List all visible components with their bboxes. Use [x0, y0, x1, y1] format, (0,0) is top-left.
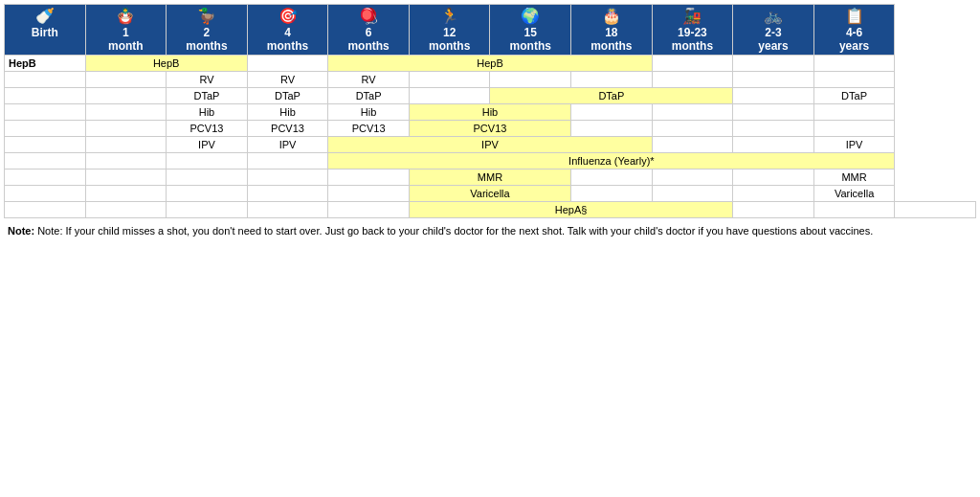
hepb-46 — [813, 56, 895, 72]
col-12months: 🏃 12months — [409, 5, 490, 56]
col-1923months: 🚂 19-23months — [652, 5, 733, 56]
15months-icon: 🌍 — [492, 7, 568, 25]
mmr-12-15: MMR — [409, 169, 570, 186]
hepb-4 — [247, 56, 328, 72]
mmr-2 — [167, 169, 248, 186]
ipv-row: IPV IPV IPV IPV — [5, 137, 976, 153]
12months-icon: 🏃 — [412, 7, 488, 25]
rv-1 — [85, 72, 167, 88]
hib-18 — [571, 104, 653, 121]
hepa-4 — [247, 202, 328, 218]
varicella-birth — [5, 186, 86, 202]
dtap-46: DTaP — [813, 88, 895, 104]
hib-4: Hib — [247, 104, 328, 121]
influenza-6-46: Influenza (Yearly)* — [328, 153, 895, 169]
influenza-1 — [85, 153, 167, 169]
hepb-1-2: HepB — [85, 56, 247, 72]
hepa-46 — [895, 202, 976, 218]
6months-icon: 🪀 — [330, 7, 407, 25]
pcv13-46 — [813, 121, 895, 137]
rv-birth — [5, 72, 86, 88]
dtap-6: DTaP — [328, 88, 410, 104]
col-birth: 🍼 Birth — [5, 5, 86, 56]
vaccine-schedule-table: 🍼 Birth 🪆 1month 🦆 2months 🎯 4months 🪀 — [4, 4, 976, 218]
influenza-row: Influenza (Yearly)* — [5, 153, 976, 169]
ipv-birth — [5, 137, 86, 153]
pcv13-23 — [733, 121, 814, 137]
note-text: Note: Note: If your child misses a shot,… — [4, 218, 976, 244]
hib-12-15: Hib — [409, 104, 570, 121]
hib-1923 — [652, 104, 733, 121]
rv-2: RV — [167, 72, 248, 88]
rv-4: RV — [247, 72, 328, 88]
col-15months: 🌍 15months — [490, 5, 571, 56]
mmr-birth — [5, 169, 86, 186]
pcv13-2: PCV13 — [167, 121, 248, 137]
varicella-1923 — [652, 186, 733, 202]
hepa-6 — [328, 202, 410, 218]
varicella-46: Varicella — [813, 186, 895, 202]
rv-15 — [490, 72, 571, 88]
dtap-2: DTaP — [167, 88, 248, 104]
ipv-1923 — [652, 137, 733, 153]
influenza-4 — [247, 153, 328, 169]
col-2months: 🦆 2months — [167, 5, 248, 56]
influenza-birth — [5, 153, 86, 169]
hepa-1923b — [733, 202, 814, 218]
hepa-2 — [167, 202, 248, 218]
hepb-label: HepB — [5, 56, 86, 72]
rv-23 — [733, 72, 814, 88]
1923months-icon: 🚂 — [655, 7, 731, 25]
col-1month: 🪆 1month — [85, 5, 167, 56]
hib-46 — [813, 104, 895, 121]
hib-1 — [85, 104, 167, 121]
varicella-23 — [733, 186, 814, 202]
ipv-46: IPV — [813, 137, 895, 153]
note-bold: Note: — [8, 225, 34, 237]
pcv13-row: PCV13 PCV13 PCV13 PCV13 — [5, 121, 976, 137]
mmr-4 — [247, 169, 328, 186]
hib-birth — [5, 104, 86, 121]
varicella-2 — [167, 186, 248, 202]
hib-6: Hib — [328, 104, 410, 121]
varicella-row: Varicella Varicella — [5, 186, 976, 202]
mmr-row: MMR MMR — [5, 169, 976, 186]
col-4months: 🎯 4months — [247, 5, 328, 56]
23years-icon: 🚲 — [735, 7, 812, 25]
hib-23 — [733, 104, 814, 121]
birth-icon: 🍼 — [7, 7, 83, 25]
hib-row: Hib Hib Hib Hib — [5, 104, 976, 121]
18months-icon: 🎂 — [573, 7, 650, 25]
dtap-4: DTaP — [247, 88, 328, 104]
hib-2: Hib — [167, 104, 248, 121]
dtap-1 — [85, 88, 167, 104]
hepb-23 — [733, 56, 814, 72]
pcv13-6: PCV13 — [328, 121, 410, 137]
rv-46 — [813, 72, 895, 88]
varicella-6 — [328, 186, 410, 202]
dtap-15-1923: DTaP — [490, 88, 733, 104]
pcv13-1923 — [652, 121, 733, 137]
varicella-18 — [571, 186, 653, 202]
mmr-18 — [571, 169, 653, 186]
influenza-2 — [167, 153, 248, 169]
dtap-row: DTaP DTaP DTaP DTaP DTaP — [5, 88, 976, 104]
46years-icon: 📋 — [816, 7, 893, 25]
dtap-12 — [409, 88, 490, 104]
dtap-birth — [5, 88, 86, 104]
col-18months: 🎂 18months — [571, 5, 653, 56]
rv-1923 — [652, 72, 733, 88]
mmr-6 — [328, 169, 410, 186]
1month-icon: 🪆 — [88, 7, 165, 25]
col-23years: 🚲 2-3years — [733, 5, 814, 56]
ipv-6-18: IPV — [328, 137, 652, 153]
mmr-1 — [85, 169, 167, 186]
pcv13-18 — [571, 121, 653, 137]
rv-18 — [571, 72, 653, 88]
main-container: 🍼 Birth 🪆 1month 🦆 2months 🎯 4months 🪀 — [0, 0, 980, 248]
ipv-2: IPV — [167, 137, 248, 153]
hepa-12-1923: HepA§ — [409, 202, 732, 218]
mmr-23 — [733, 169, 814, 186]
pcv13-4: PCV13 — [247, 121, 328, 137]
varicella-4 — [247, 186, 328, 202]
